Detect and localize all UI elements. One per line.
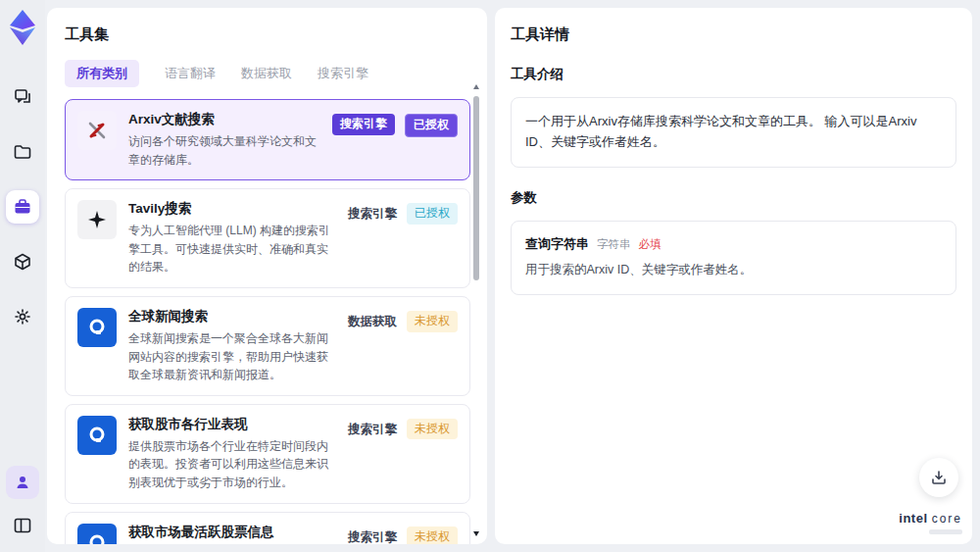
detail-title: 工具详情 (511, 25, 956, 44)
category-label: 搜索引擎 (348, 203, 397, 223)
category-badge: 搜索引擎 (332, 114, 395, 135)
tool-description: 访问各个研究领域大量科学论文和文章的存储库。 (128, 132, 320, 169)
params-heading: 参数 (511, 189, 956, 207)
page-title: 工具集 (65, 25, 487, 44)
tool-list: Arxiv文献搜索 访问各个研究领域大量科学论文和文章的存储库。 搜索引擎 已授… (65, 99, 470, 544)
sidebar-item-files[interactable] (6, 135, 39, 169)
sidebar-item-chat[interactable] (6, 80, 39, 114)
sidebar-item-settings[interactable] (6, 300, 39, 333)
param-required-label: 必填 (639, 237, 662, 252)
sidebar-item-collapse[interactable] (6, 509, 39, 542)
sidebar-item-account[interactable] (6, 466, 39, 499)
tool-name: Tavily搜索 (128, 200, 336, 218)
arxiv-x-icon (77, 111, 117, 150)
auth-status-badge: 已授权 (405, 114, 458, 137)
tool-card-sector-performance[interactable]: 获取股市各行业表现 提供股票市场各个行业在特定时间段内的表现。投资者可以利用这些… (65, 404, 470, 504)
param-type: 字符串 (597, 237, 631, 252)
brand-intel-text: intel (899, 511, 927, 526)
tab-translation[interactable]: 语言翻译 (165, 65, 216, 82)
user-icon (14, 474, 31, 491)
tool-description: 提供股票市场各个行业在特定时间段内的表现。投资者可以利用这些信息来识别表现优于或… (128, 437, 336, 492)
app-logo-icon (6, 8, 39, 47)
brand-underline (929, 529, 962, 534)
param-description: 用于搜索的Arxiv ID、关键字或作者姓名。 (525, 262, 942, 278)
gear-icon (13, 307, 32, 326)
auth-status-badge: 未授权 (407, 311, 458, 332)
cube-icon (13, 252, 32, 272)
param-name: 查询字符串 (525, 235, 589, 253)
blue-q-logo-icon (77, 308, 117, 347)
sidebar-item-plugins[interactable] (6, 245, 39, 278)
param-item: 查询字符串 字符串 必填 用于搜索的Arxiv ID、关键字或作者姓名。 (511, 221, 956, 295)
auth-status-badge: 未授权 (407, 527, 458, 544)
tab-data-fetch[interactable]: 数据获取 (241, 65, 292, 82)
tool-card-global-news[interactable]: 全球新闻搜索 全球新闻搜索是一个聚合全球各大新闻网站内容的搜索引擎，帮助用户快速… (65, 296, 470, 396)
chat-icon (13, 87, 32, 107)
scroll-down-arrow-icon[interactable] (473, 531, 479, 536)
list-scrollbar[interactable] (472, 84, 480, 536)
app-sidebar (0, 0, 45, 552)
brand-core-text: core (932, 512, 962, 526)
tool-card-tavily[interactable]: Tavily搜索 专为人工智能代理 (LLM) 构建的搜索引擎工具。可快速提供实… (65, 188, 470, 288)
category-label: 搜索引擎 (348, 527, 397, 544)
tool-card-arxiv[interactable]: Arxiv文献搜索 访问各个研究领域大量科学论文和文章的存储库。 搜索引擎 已授… (65, 99, 470, 180)
tool-detail-panel: 工具详情 工具介绍 一个用于从Arxiv存储库搜索科学论文和文章的工具。 输入可… (495, 8, 972, 544)
category-tabs: 所有类别 语言翻译 数据获取 搜索引擎 (65, 60, 487, 87)
auth-status-badge: 未授权 (407, 419, 458, 440)
intel-core-logo: intel core (899, 509, 962, 534)
sidebar-item-tools[interactable] (6, 190, 39, 224)
tool-card-most-active-stocks[interactable]: 获取市场最活跃股票信息 提供当天交易量最高的股票列表，投资者可以利用这些信息来识… (65, 512, 470, 544)
tool-name: 获取市场最活跃股票信息 (128, 524, 336, 541)
scroll-up-arrow-icon[interactable] (473, 84, 479, 89)
tool-description: 专为人工智能代理 (LLM) 构建的搜索引擎工具。可快速提供实时、准确和真实的结… (128, 222, 336, 276)
auth-status-badge: 已授权 (407, 203, 458, 225)
category-label: 搜索引擎 (348, 419, 397, 438)
sparkle-star-icon (77, 200, 117, 239)
intro-heading: 工具介绍 (511, 66, 956, 83)
download-icon (930, 469, 948, 486)
scrollbar-thumb[interactable] (473, 96, 479, 280)
collapse-panel-icon (13, 516, 32, 535)
folder-icon (13, 142, 32, 162)
category-label: 数据获取 (348, 311, 397, 330)
tab-all-categories[interactable]: 所有类别 (65, 60, 139, 87)
download-button[interactable] (919, 458, 958, 497)
tool-intro-box: 一个用于从Arxiv存储库搜索科学论文和文章的工具。 输入可以是Arxiv ID… (511, 97, 956, 168)
tool-description: 全球新闻搜索是一个聚合全球各大新闻网站内容的搜索引擎，帮助用户快速获取全球最新资… (128, 329, 336, 384)
blue-q-logo-icon (77, 416, 117, 455)
tools-panel: 工具集 所有类别 语言翻译 数据获取 搜索引擎 Arxiv文献搜索 访问各个研究… (47, 8, 487, 544)
tab-search-engine[interactable]: 搜索引擎 (318, 65, 368, 82)
tool-name: Arxiv文献搜索 (128, 111, 320, 128)
briefcase-icon (13, 197, 32, 217)
tool-name: 全球新闻搜索 (128, 308, 336, 326)
tool-name: 获取股市各行业表现 (128, 416, 336, 433)
blue-q-logo-icon (77, 524, 117, 544)
